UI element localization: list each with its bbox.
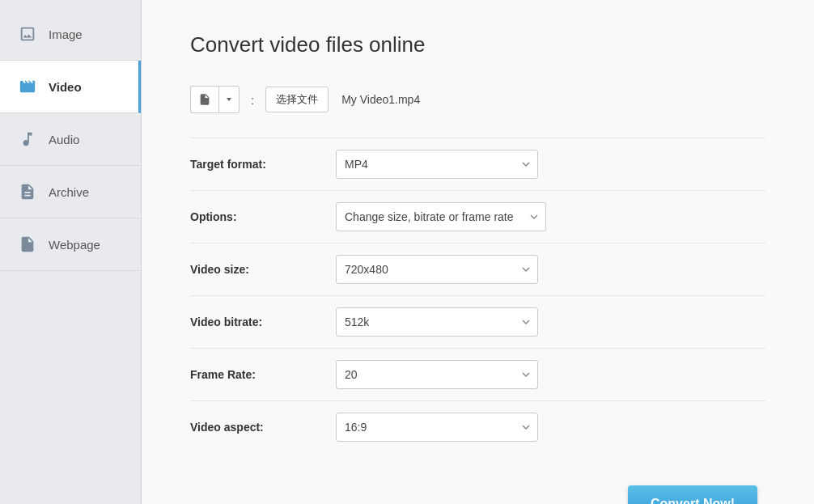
sidebar-item-video[interactable]: Video <box>0 61 141 113</box>
sidebar-item-archive[interactable]: Archive <box>0 166 141 218</box>
audio-icon <box>16 128 39 150</box>
label-frame-rate: Frame Rate: <box>190 368 336 381</box>
select-wrapper-target-format: MP4 AVI MKV MOV WMV FLV WEBM <box>336 150 538 179</box>
select-target-format[interactable]: MP4 AVI MKV MOV WMV FLV WEBM <box>336 150 538 179</box>
image-icon <box>16 23 39 45</box>
sidebar-item-audio-label: Audio <box>49 133 79 146</box>
form-row-target-format: Target format: MP4 AVI MKV MOV WMV FLV W… <box>190 138 765 190</box>
form-row-frame-rate: Frame Rate: 20 24 25 30 60 <box>190 348 765 400</box>
select-video-aspect[interactable]: 16:9 4:3 1:1 9:16 <box>336 413 538 442</box>
select-options[interactable]: Change size, bitrate or frame rate No ch… <box>336 202 546 231</box>
sidebar-item-webpage-label: Webpage <box>49 238 100 252</box>
label-video-size: Video size: <box>190 263 336 276</box>
select-wrapper-options: Change size, bitrate or frame rate No ch… <box>336 202 546 231</box>
label-target-format: Target format: <box>190 158 336 171</box>
sidebar: Image Video Audio Archive <box>0 0 142 504</box>
file-colon: : <box>251 93 254 107</box>
sidebar-item-archive-label: Archive <box>49 185 89 199</box>
convert-btn-wrapper: Convert Now! <box>190 485 765 504</box>
sidebar-item-audio[interactable]: Audio <box>0 113 141 166</box>
select-wrapper-video-size: 720x480 1920x1080 1280x720 640x360 320x2… <box>336 255 538 284</box>
video-icon <box>16 75 39 98</box>
select-video-size[interactable]: 720x480 1920x1080 1280x720 640x360 320x2… <box>336 255 538 284</box>
sidebar-item-video-label: Video <box>49 80 82 94</box>
form-row-video-bitrate: Video bitrate: 512k 256k 1024k 2048k <box>190 295 765 348</box>
form-row-video-size: Video size: 720x480 1920x1080 1280x720 6… <box>190 243 765 295</box>
form-row-video-aspect: Video aspect: 16:9 4:3 1:1 9:16 <box>190 400 765 453</box>
page-title: Convert video files online <box>190 32 765 57</box>
file-btn-group <box>190 86 240 113</box>
file-doc-button[interactable] <box>190 86 218 113</box>
sidebar-item-webpage[interactable]: Webpage <box>0 218 141 271</box>
select-wrapper-video-bitrate: 512k 256k 1024k 2048k <box>336 307 538 337</box>
form-row-options: Options: Change size, bitrate or frame r… <box>190 190 765 243</box>
label-options: Options: <box>190 210 336 223</box>
webpage-icon <box>16 233 39 256</box>
sidebar-item-image-label: Image <box>49 28 83 41</box>
file-row: : 选择文件 My Video1.mp4 <box>190 86 765 113</box>
select-video-bitrate[interactable]: 512k 256k 1024k 2048k <box>336 307 538 337</box>
select-wrapper-frame-rate: 20 24 25 30 60 <box>336 360 538 389</box>
main-content: Convert video files online : 选择文件 My Vid… <box>142 0 814 504</box>
file-dropdown-button[interactable] <box>218 86 240 113</box>
choose-file-button[interactable]: 选择文件 <box>265 87 329 112</box>
selected-file-name: My Video1.mp4 <box>341 93 420 106</box>
label-video-bitrate: Video bitrate: <box>190 316 336 328</box>
select-frame-rate[interactable]: 20 24 25 30 60 <box>336 360 538 389</box>
form-section: Target format: MP4 AVI MKV MOV WMV FLV W… <box>190 138 765 453</box>
convert-now-button[interactable]: Convert Now! <box>628 485 757 504</box>
label-video-aspect: Video aspect: <box>190 421 336 434</box>
select-wrapper-video-aspect: 16:9 4:3 1:1 9:16 <box>336 413 538 442</box>
sidebar-item-image[interactable]: Image <box>0 8 141 61</box>
archive-icon <box>16 180 39 203</box>
